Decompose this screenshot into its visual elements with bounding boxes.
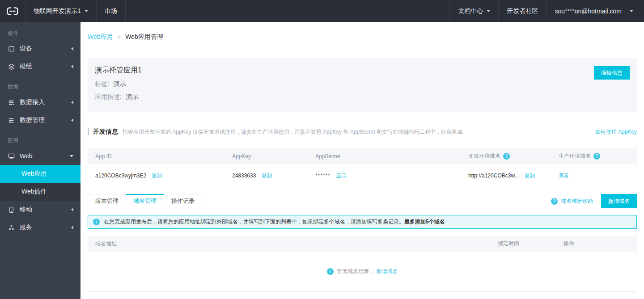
app-summary-card: 演示托管应用1 标签: 演示 应用描述: 演示 编辑信息 xyxy=(88,58,637,112)
empty-state: i 暂无域名记录， 新增域名 xyxy=(88,252,637,292)
collapse-arrow-icon xyxy=(71,226,73,229)
project-name: 物联网开发演示1 xyxy=(34,7,81,15)
sidebar-item-module[interactable]: 模组 xyxy=(0,58,80,76)
project-switcher[interactable]: 物联网开发演示1 xyxy=(25,0,97,22)
expand-arrow-icon xyxy=(70,155,73,157)
web-icon xyxy=(8,153,15,160)
collapse-arrow-icon xyxy=(71,208,73,211)
dev-info-section-header: 开发信息 托管应用开发环境的 AppKey 仅供开发调试使用，请勿在生产环境使用… xyxy=(88,128,637,136)
device-icon xyxy=(8,46,15,52)
info-icon: i xyxy=(327,268,334,275)
dev-domain-cell: http://a120COBc3w... 复制 xyxy=(468,172,556,180)
dev-info-description: 托管应用开发环境的 AppKey 仅供开发调试使用，请勿在生产环境使用，注意不要… xyxy=(123,128,595,136)
collapse-arrow-icon xyxy=(71,118,73,122)
notice-banner: i 在您完成应用发布后，请将您的应用地址绑定到外部域名，并填写到下面的列表中，如… xyxy=(88,215,637,229)
app-secret-value: ****** xyxy=(315,173,330,179)
table-row: a120COBc3wyjm3E2 复制 24833633 复制 ****** 显… xyxy=(88,164,637,187)
info-icon: i xyxy=(93,219,100,225)
section-label-data: 数据 xyxy=(0,76,80,93)
sidebar-item-device[interactable]: 设备 xyxy=(0,40,80,58)
module-icon xyxy=(8,63,15,70)
accent-bar xyxy=(88,128,89,135)
nav-market[interactable]: 市场 xyxy=(97,0,126,22)
alibaba-cloud-logo-icon[interactable] xyxy=(0,0,25,22)
show-secret-link[interactable]: 显示 xyxy=(336,172,347,180)
tag-value: 演示 xyxy=(114,80,126,87)
add-domain-link[interactable]: 新增域名 xyxy=(377,268,398,275)
account-menu[interactable]: sou****on@hotmail.com xyxy=(546,0,644,22)
sidebar: 硬件 设备 模组 数据 数据接入 xyxy=(0,22,80,299)
howto-appkey-link[interactable]: 如何使用 AppKey xyxy=(595,128,637,136)
copy-dev-domain-link[interactable]: 复制 xyxy=(524,172,535,180)
sidebar-subitem-web-app[interactable]: Web应用 xyxy=(0,165,80,183)
notice-text: 在您完成应用发布后，请将您的应用地址绑定到外部域名，并填写到下面的列表中，如果绑… xyxy=(104,218,445,226)
tab-domain-manage[interactable]: 域名管理 xyxy=(126,194,164,208)
breadcrumb: Web应用 > Web应用管理 xyxy=(80,22,644,41)
service-icon xyxy=(8,224,15,231)
dev-domain-value: http://a120COBc3w... xyxy=(468,173,519,179)
col-prod-domain: 生产环境域名 ? xyxy=(556,152,637,160)
col-bind-time: 绑定时间 xyxy=(498,240,564,248)
desc-value: 演示 xyxy=(126,93,139,100)
help-icon: ? xyxy=(551,198,558,205)
breadcrumb-separator-icon: > xyxy=(118,34,121,41)
nav-docs-menu[interactable]: 文档中心 xyxy=(449,0,498,22)
section-label-app: 应用 xyxy=(0,129,80,147)
breadcrumb-current: Web应用管理 xyxy=(125,33,163,41)
chevron-down-icon xyxy=(487,10,490,12)
tab-version-manage[interactable]: 版本管理 xyxy=(88,194,126,208)
sidebar-item-data-manage[interactable]: 数据管理 xyxy=(0,111,80,129)
topbar: 物联网开发演示1 市场 文档中心 开发者社区 sou****on@hotmail… xyxy=(0,0,644,22)
sidebar-item-web[interactable]: Web xyxy=(0,147,80,165)
col-app-key: AppKey xyxy=(232,153,315,160)
collapse-arrow-icon xyxy=(71,101,73,104)
dev-info-title: 开发信息 xyxy=(93,128,118,136)
sidebar-item-data-access[interactable]: 数据接入 xyxy=(0,93,80,111)
app-key-value: 24833633 xyxy=(232,173,256,179)
topbar-right: 文档中心 开发者社区 sou****on@hotmail.com xyxy=(449,0,644,22)
tag-label: 标签: xyxy=(95,80,109,87)
view-prod-domain-link[interactable]: 查看 xyxy=(559,172,569,180)
breadcrumb-link-web-app[interactable]: Web应用 xyxy=(88,33,113,41)
app-desc-row: 应用描述: 演示 xyxy=(95,93,630,101)
col-app-id: App ID xyxy=(88,153,232,160)
sidebar-item-mobile[interactable]: 移动 xyxy=(0,201,80,219)
header-divider xyxy=(88,53,637,53)
sidebar-item-service[interactable]: 服务 xyxy=(0,219,80,236)
chevron-down-icon xyxy=(85,10,88,12)
data-manage-icon xyxy=(8,117,15,124)
col-app-secret: AppSecret xyxy=(315,153,468,160)
prod-domain-cell: 查看 xyxy=(556,172,637,180)
app-secret-cell: ****** 显示 xyxy=(315,172,468,180)
app-id-cell: a120COBc3wyjm3E2 复制 xyxy=(88,172,232,180)
help-icon[interactable]: ? xyxy=(593,153,600,160)
collapse-arrow-icon xyxy=(71,47,73,51)
domain-table-header: 域名地址 绑定时间 操作 xyxy=(88,236,637,252)
col-dev-domain: 开发环境域名 ? xyxy=(468,152,556,160)
app-title: 演示托管应用1 xyxy=(95,66,630,75)
notice-bold: 最多添加5个域名 xyxy=(404,219,445,225)
copy-app-id-link[interactable]: 复制 xyxy=(152,172,162,180)
account-email: sou****on@hotmail.com xyxy=(555,8,622,15)
app-key-cell: 24833633 复制 xyxy=(232,172,315,180)
copy-app-key-link[interactable]: 复制 xyxy=(261,172,272,180)
main-content: Web应用 > Web应用管理 演示托管应用1 标签: 演示 应用描述: 演示 … xyxy=(80,22,644,299)
add-domain-button[interactable]: 新增域名 xyxy=(601,194,637,208)
collapse-arrow-icon xyxy=(71,65,73,68)
sidebar-subitem-web-plugin[interactable]: Web插件 xyxy=(0,183,80,201)
tabs-bar: 版本管理 域名管理 操作记录 ? 域名绑定帮助 新增域名 xyxy=(88,194,637,208)
dev-credentials-table: App ID AppKey AppSecret 开发环境域名 ? 生产环境域名 … xyxy=(88,148,637,187)
col-domain-address: 域名地址 xyxy=(88,240,498,248)
tab-operation-records[interactable]: 操作记录 xyxy=(164,194,202,208)
help-icon[interactable]: ? xyxy=(503,153,510,160)
col-actions: 操作 xyxy=(564,240,637,248)
domain-binding-help-link[interactable]: ? 域名绑定帮助 xyxy=(551,198,593,205)
mobile-icon xyxy=(8,206,15,213)
nav-community[interactable]: 开发者社区 xyxy=(498,0,546,22)
app-tag-row: 标签: 演示 xyxy=(95,80,630,88)
edit-info-button[interactable]: 编辑信息 xyxy=(594,66,630,80)
dev-table-header: App ID AppKey AppSecret 开发环境域名 ? 生产环境域名 … xyxy=(88,148,637,164)
empty-text: 暂无域名记录， xyxy=(337,268,375,275)
data-access-icon xyxy=(8,99,15,106)
domain-table: 域名地址 绑定时间 操作 i 暂无域名记录， 新增域名 xyxy=(88,236,637,292)
